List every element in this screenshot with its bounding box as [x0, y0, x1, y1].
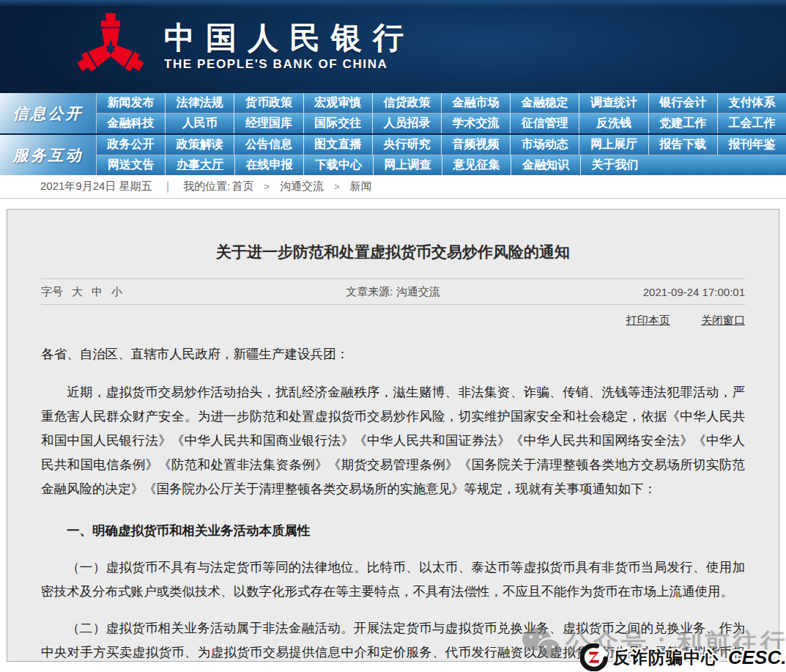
font-size-option[interactable]: 中 [92, 285, 103, 299]
nav-item[interactable]: 金融市场 [442, 93, 511, 113]
nav-empty-cell [649, 155, 717, 175]
nav-band: 信息公开新闻发布法律法规货币政策宏观审慎信贷政策金融市场金融稳定调查统计银行会计… [0, 93, 786, 133]
nav-item[interactable]: 图文直播 [304, 135, 373, 155]
nav-item[interactable]: 人员招录 [373, 114, 442, 133]
site-header: 中国人民银行 THE PEOPLE'S BANK OF CHINA [0, 0, 786, 93]
nav-item[interactable]: 党建工作 [649, 114, 718, 133]
article-paragraph: 各省、自治区、直辖市人民政府，新疆生产建设兵团： [41, 342, 745, 366]
nav-item[interactable]: 信贷政策 [373, 93, 442, 113]
nav-item[interactable]: 征信管理 [511, 114, 579, 133]
nav-row: 网送文告办事大厅在线申报下载中心网上调查意见征集金融知识关于我们 [97, 155, 786, 175]
nav-band: 服务互动政务公开政策解读公告信息图文直播央行研究音频视频市场动态网上展厅报告下载… [0, 133, 786, 175]
nav-item[interactable]: 国际交往 [304, 114, 373, 133]
article-paragraph: （一）虚拟货币不具有与法定货币等同的法律地位。比特币、以太币、泰达币等虚拟货币具… [41, 555, 745, 604]
article-section-heading: 一、明确虚拟货币和相关业务活动本质属性 [41, 519, 745, 543]
nav-item[interactable]: 反洗钱 [579, 114, 648, 133]
nav-empty-cell [718, 155, 786, 175]
nav-item[interactable]: 市场动态 [511, 135, 579, 155]
nav-item[interactable]: 银行会计 [649, 93, 718, 113]
nav-item[interactable]: 学术交流 [442, 114, 511, 133]
site-title-en: THE PEOPLE'S BANK OF CHINA [164, 57, 415, 72]
article-source: 文章来源: 沟通交流 [346, 285, 440, 299]
nav-item[interactable]: 音频视频 [442, 135, 511, 155]
breadcrumb-link[interactable]: 首页 [231, 180, 253, 193]
nav-item[interactable]: 关于我们 [581, 155, 649, 175]
wechat-icon [522, 627, 560, 658]
nav-row: 金融科技人民币经理国库国际交往人员招录学术交流征信管理反洗钱党建工作工会工作 [97, 113, 786, 133]
breadcrumb-link[interactable]: 沟通交流 [280, 180, 324, 193]
nav-row: 政务公开政策解读公告信息图文直播央行研究音频视频市场动态网上展厅报告下载报刊年鉴 [97, 135, 786, 155]
font-size-option[interactable]: 小 [111, 285, 122, 299]
nav-section-label[interactable]: 信息公开 [0, 93, 96, 133]
breadcrumb-label: 我的位置: [183, 180, 230, 193]
watermark-badge: 反诈防骗中心 CESC.CC [580, 643, 786, 671]
article-actions: 打印本页 关闭窗口 [41, 314, 745, 328]
nav-item[interactable]: 公告信息 [234, 135, 303, 155]
nav-item[interactable]: 报刊年鉴 [718, 135, 786, 155]
nav-item[interactable]: 货币政策 [234, 93, 303, 113]
site-title-cn: 中国人民银行 [164, 21, 415, 56]
anti-fraud-logo-icon [580, 643, 608, 671]
nav-item[interactable]: 报告下载 [649, 135, 718, 155]
nav-item[interactable]: 政策解读 [166, 135, 234, 155]
nav-grid: 新闻发布法律法规货币政策宏观审慎信贷政策金融市场金融稳定调查统计银行会计支付体系… [96, 93, 786, 133]
badge-site: CESC.CC [728, 646, 786, 669]
nav-item[interactable]: 支付体系 [718, 93, 786, 113]
nav-item[interactable]: 央行研究 [373, 135, 442, 155]
breadcrumb-divider: ｜ [163, 180, 174, 193]
nav-item[interactable]: 办事大厅 [166, 155, 234, 175]
print-page-link[interactable]: 打印本页 [626, 314, 670, 326]
nav-item[interactable]: 宏观审慎 [304, 93, 373, 113]
nav-item[interactable]: 工会工作 [718, 114, 786, 133]
font-size-label: 字号 [41, 285, 63, 299]
nav-row: 新闻发布法律法规货币政策宏观审慎信贷政策金融市场金融稳定调查统计银行会计支付体系 [97, 93, 786, 113]
nav-item[interactable]: 网上展厅 [579, 135, 648, 155]
breadcrumb-separator: > [334, 181, 340, 192]
breadcrumb: 2021年9月24日 星期五 ｜ 我的位置: 首页>沟通交流>新闻 [0, 175, 786, 199]
nav-item[interactable]: 网送文告 [97, 155, 166, 175]
article-panel: 关于进一步防范和处置虚拟货币交易炒作风险的通知 字号 大中小 文章来源: 沟通交… [7, 209, 779, 662]
nav-item[interactable]: 在线申报 [235, 155, 304, 175]
site-brand: 中国人民银行 THE PEOPLE'S BANK OF CHINA [76, 12, 415, 81]
article-datetime: 2021-09-24 17:00:01 [440, 286, 745, 298]
font-size-option[interactable]: 大 [72, 285, 83, 299]
breadcrumb-separator: > [264, 181, 270, 192]
nav-item[interactable]: 政务公开 [97, 135, 166, 155]
nav-item[interactable]: 经理国库 [234, 114, 303, 133]
current-date: 2021年9月24日 星期五 [40, 180, 152, 193]
badge-text: 反诈防骗中心 [613, 646, 719, 669]
article-title: 关于进一步防范和处置虚拟货币交易炒作风险的通知 [41, 242, 745, 262]
main-nav: 信息公开新闻发布法律法规货币政策宏观审慎信贷政策金融市场金融稳定调查统计银行会计… [0, 93, 786, 175]
pboc-logo-icon [76, 12, 145, 81]
nav-item[interactable]: 金融稳定 [511, 93, 579, 113]
nav-item[interactable]: 意见征集 [442, 155, 511, 175]
font-size-options: 大中小 [72, 285, 122, 299]
brand-text: 中国人民银行 THE PEOPLE'S BANK OF CHINA [164, 21, 415, 72]
nav-item[interactable]: 下载中心 [304, 155, 373, 175]
nav-item[interactable]: 法律法规 [166, 93, 234, 113]
nav-item[interactable]: 网上调查 [374, 155, 442, 175]
nav-item[interactable]: 金融科技 [97, 114, 166, 133]
nav-item[interactable]: 调查统计 [579, 93, 648, 113]
nav-item[interactable]: 人民币 [166, 114, 234, 133]
nav-item[interactable]: 金融知识 [511, 155, 580, 175]
nav-section-label[interactable]: 服务互动 [0, 135, 96, 175]
font-size-control: 字号 大中小 [41, 285, 346, 299]
article-meta-row: 字号 大中小 文章来源: 沟通交流 2021-09-24 17:00:01 [41, 278, 745, 305]
article-paragraph: 近期，虚拟货币交易炒作活动抬头，扰乱经济金融秩序，滋生赌博、非法集资、诈骗、传销… [41, 380, 745, 501]
nav-grid: 政务公开政策解读公告信息图文直播央行研究音频视频市场动态网上展厅报告下载报刊年鉴… [96, 135, 786, 175]
close-window-link[interactable]: 关闭窗口 [701, 314, 745, 326]
nav-item[interactable]: 新闻发布 [97, 93, 166, 113]
article-body: 各省、自治区、直辖市人民政府，新疆生产建设兵团：近期，虚拟货币交易炒作活动抬头，… [41, 342, 745, 662]
breadcrumb-path: 首页>沟通交流>新闻 [231, 180, 371, 193]
breadcrumb-link[interactable]: 新闻 [350, 180, 372, 193]
